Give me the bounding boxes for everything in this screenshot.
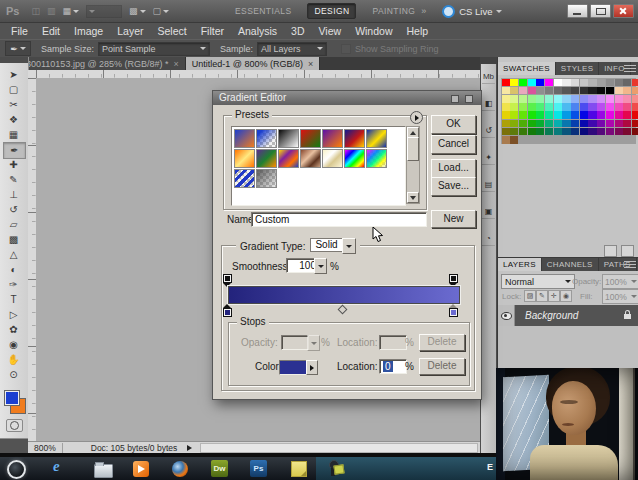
gradient-preset-transparent-rainbow[interactable]	[366, 149, 387, 168]
gradient-preset-black-white[interactable]	[278, 129, 299, 148]
color-swatch[interactable]	[519, 79, 527, 87]
new-swatch-icon[interactable]	[604, 245, 617, 257]
hand-tool[interactable]: ✋	[3, 352, 24, 367]
color-swatch[interactable]	[519, 128, 527, 136]
color-swatch[interactable]	[588, 128, 596, 136]
color-swatch[interactable]	[510, 120, 518, 128]
opacity-field[interactable]: 100%	[602, 274, 638, 289]
color-swatch[interactable]	[623, 128, 631, 136]
lock-position-icon[interactable]: ✛	[548, 290, 560, 302]
zoom-level-field[interactable]: 800%	[34, 443, 56, 453]
color-swatch[interactable]	[510, 136, 518, 144]
custom-shape-tool[interactable]: ✿	[3, 322, 24, 337]
tools-panel-grip[interactable]	[0, 57, 28, 63]
color-swatch[interactable]	[623, 79, 631, 87]
panel-menu-icon[interactable]	[624, 65, 636, 72]
start-button[interactable]	[7, 460, 26, 479]
color-swatch[interactable]	[597, 79, 605, 87]
color-swatch[interactable]	[606, 79, 614, 87]
lock-all-icon[interactable]: ◉	[560, 290, 572, 302]
color-swatch[interactable]	[554, 103, 562, 111]
color-swatch[interactable]	[510, 79, 518, 87]
healing-brush-tool[interactable]: ✚	[3, 157, 24, 172]
dreamweaver-icon[interactable]: Dw	[211, 460, 228, 477]
delete-color-stop-button[interactable]: Delete	[419, 358, 465, 375]
eraser-tool[interactable]: ▱	[3, 217, 24, 232]
lock-image-pixels-icon[interactable]: ✎	[536, 290, 548, 302]
color-swatch[interactable]	[545, 87, 553, 95]
rectangular-marquee-tool[interactable]: ▢	[3, 82, 24, 97]
color-swatch[interactable]	[615, 128, 623, 136]
internet-explorer-icon[interactable]: e	[53, 458, 60, 475]
tab-swatches[interactable]: SWATCHES	[498, 62, 556, 75]
color-swatch[interactable]	[606, 128, 614, 136]
color-swatch[interactable]	[562, 111, 570, 119]
color-swatch[interactable]	[536, 103, 544, 111]
chevron-down-icon[interactable]	[342, 238, 356, 254]
move-tool[interactable]: ➤	[3, 67, 24, 82]
firefox-icon[interactable]	[172, 461, 188, 477]
layer-row[interactable]: Background	[498, 305, 638, 326]
sample-dropdown[interactable]: All Layers	[257, 42, 327, 56]
color-swatch[interactable]	[528, 120, 536, 128]
windows-explorer-icon[interactable]	[94, 464, 113, 478]
lock-transparent-pixels-icon[interactable]: ▨	[524, 290, 536, 302]
gradient-preset-spectrum[interactable]	[344, 149, 365, 168]
color-swatch[interactable]	[545, 128, 553, 136]
color-swatch[interactable]	[502, 103, 510, 111]
gradient-type-dropdown[interactable]: Solid	[310, 238, 355, 254]
color-swatch[interactable]	[588, 103, 596, 111]
panel-menu-icon[interactable]	[624, 261, 636, 268]
color-swatch[interactable]	[606, 120, 614, 128]
screen-mode-icon[interactable]: ▢	[153, 6, 170, 16]
workspace-overflow-icon[interactable]: »	[421, 6, 426, 16]
fill-field[interactable]: 100%	[602, 289, 638, 304]
color-swatch[interactable]	[597, 87, 605, 95]
color-swatch[interactable]	[536, 120, 544, 128]
gradient-preset-violet-orange[interactable]	[322, 129, 343, 148]
foreground-color-swatch[interactable]	[4, 390, 20, 406]
color-swatch[interactable]	[580, 87, 588, 95]
color-swatch[interactable]	[615, 79, 623, 87]
color-swatch[interactable]	[597, 120, 605, 128]
color-swatch[interactable]	[597, 95, 605, 103]
scroll-down-icon[interactable]	[407, 192, 419, 203]
color-stop-right[interactable]	[449, 304, 458, 317]
color-swatch[interactable]	[632, 79, 638, 87]
color-swatch[interactable]	[571, 128, 579, 136]
color-swatch[interactable]	[502, 95, 510, 103]
cs-live-button[interactable]: CS Live	[442, 5, 502, 18]
color-swatch[interactable]	[536, 95, 544, 103]
smoothness-stepper[interactable]	[314, 258, 327, 274]
horizontal-scrollbar[interactable]	[200, 443, 478, 453]
color-swatch[interactable]	[580, 103, 588, 111]
gradient-preset-foreground-to-background[interactable]	[234, 129, 255, 148]
color-swatch[interactable]	[519, 120, 527, 128]
color-swatch[interactable]	[562, 103, 570, 111]
color-swatch[interactable]	[597, 111, 605, 119]
color-swatch[interactable]	[528, 87, 536, 95]
color-swatch[interactable]	[571, 95, 579, 103]
color-swatch[interactable]	[588, 87, 596, 95]
color-swatch[interactable]	[554, 111, 562, 119]
webcam-app-icon[interactable]	[328, 459, 344, 477]
color-swatch[interactable]	[562, 95, 570, 103]
menu-filter[interactable]: Filter	[194, 24, 231, 38]
color-swatch[interactable]	[615, 95, 623, 103]
color-swatch[interactable]	[519, 111, 527, 119]
color-swatch[interactable]	[545, 103, 553, 111]
color-swatch[interactable]	[588, 120, 596, 128]
color-swatch[interactable]	[632, 95, 638, 103]
color-swatch[interactable]	[562, 79, 570, 87]
color-swatch[interactable]	[606, 103, 614, 111]
color-swatch[interactable]	[528, 79, 536, 87]
color-swatch[interactable]	[545, 79, 553, 87]
color-swatch[interactable]	[502, 111, 510, 119]
quick-mask-button[interactable]	[6, 419, 23, 432]
workspace-essentials[interactable]: ESSENTIALS	[229, 4, 297, 18]
new-button[interactable]: New	[431, 210, 476, 228]
color-swatch[interactable]	[588, 95, 596, 103]
color-swatch[interactable]	[502, 136, 510, 144]
presets-scrollbar[interactable]	[406, 126, 420, 204]
color-swatch[interactable]	[536, 128, 544, 136]
